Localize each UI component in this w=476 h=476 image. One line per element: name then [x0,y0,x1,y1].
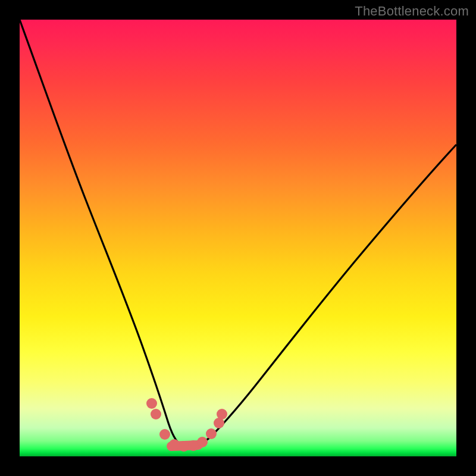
watermark-text: TheBottleneck.com [355,4,469,19]
marker-dot [197,437,208,447]
plot-area [20,20,456,456]
curve-path [20,20,456,447]
marker-dot [206,428,217,439]
marker-dot [159,429,170,440]
marker-dot [169,439,180,450]
marker-dot [151,409,161,419]
marker-dot [178,441,189,452]
bottleneck-curve-svg [20,20,456,456]
marker-dot [146,398,157,409]
chart-frame: TheBottleneck.com [0,0,476,476]
marker-dot [217,409,227,419]
